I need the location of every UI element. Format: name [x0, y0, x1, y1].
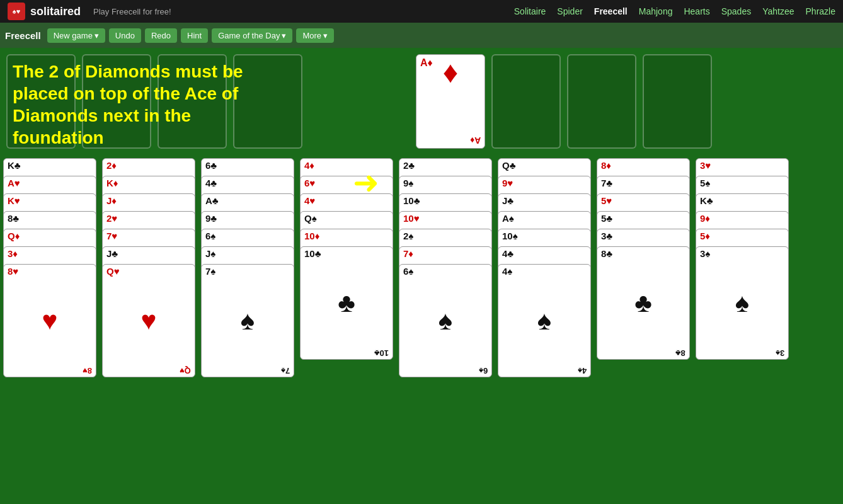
card-col3-idx5[interactable]: 10♣10♣♣: [300, 246, 393, 360]
card-col6-idx5[interactable]: 8♣8♣♣: [597, 246, 690, 360]
game-area: The 2 of Diamonds must be placed on top …: [0, 48, 843, 504]
foundation-diamonds[interactable]: A♦ ♦ A♦: [416, 54, 485, 149]
card-col0-idx6[interactable]: 8♥8♥♥: [3, 264, 96, 377]
game-of-day-button[interactable]: Game of the Day: [212, 28, 292, 43]
redo-button[interactable]: Redo: [145, 28, 177, 43]
nav-spider[interactable]: Spider: [557, 6, 582, 16]
hint-button[interactable]: Hint: [181, 28, 208, 43]
foundation-suit: ♦: [443, 57, 459, 88]
card-col5-idx6[interactable]: 4♠4♠♠: [498, 264, 591, 377]
logo-icon: ♠♥: [8, 3, 25, 20]
tableau-col-4: 2♣2♣9♠9♠10♣10♣10♥10♥2♠2♠7♦7♦6♠6♠♠: [399, 158, 492, 384]
foundation-4[interactable]: [643, 54, 712, 149]
tagline: Play Freecell for free!: [93, 7, 171, 16]
top-navigation: ♠♥ solitaired Play Freecell for free! So…: [0, 0, 843, 23]
foundation-2[interactable]: [491, 54, 561, 149]
toolbar: Freecell New game Undo Redo Hint Game of…: [0, 23, 843, 48]
nav-mahjong[interactable]: Mahjong: [639, 6, 673, 16]
tableau-col-2: 6♣6♣4♣4♣A♣A♣9♣9♣6♠6♠J♠J♠7♠7♠♠: [201, 158, 294, 384]
tableau-col-1: 2♦2♦K♦K♦J♦J♦2♥2♥7♥7♥J♣J♣Q♥Q♥♥: [102, 158, 195, 384]
nav-phrazle[interactable]: Phrazle: [806, 6, 835, 16]
tableau-col-7: 3♥3♥5♠5♠K♣K♣9♦9♦5♦5♦3♠3♠♠: [696, 158, 789, 366]
game-label: Freecell: [5, 30, 41, 41]
foundation-rank-tl: A♦: [420, 57, 433, 69]
nav-hearts[interactable]: Hearts: [684, 6, 709, 16]
card-col4-idx6[interactable]: 6♠6♠♠: [399, 264, 492, 377]
foundation-3[interactable]: [567, 54, 636, 149]
card-col1-idx6[interactable]: Q♥Q♥♥: [102, 264, 195, 377]
nav-yahtzee[interactable]: Yahtzee: [762, 6, 794, 16]
logo-area[interactable]: ♠♥ solitaired: [8, 3, 81, 20]
nav-freecell[interactable]: Freecell: [594, 6, 628, 16]
card-col2-idx6[interactable]: 7♠7♠♠: [201, 264, 294, 377]
nav-links: Solitaire Spider Freecell Mahjong Hearts…: [514, 6, 835, 16]
nav-spades[interactable]: Spades: [721, 6, 751, 16]
more-button[interactable]: More: [296, 28, 334, 43]
hint-message: The 2 of Diamonds must be placed on top …: [13, 60, 252, 149]
foundation-rank-br: A♦: [470, 135, 481, 146]
tableau: K♣K♣A♥A♥K♥K♥8♣8♣Q♦Q♦3♦3♦8♥8♥♥2♦2♦K♦K♦J♦J…: [3, 158, 840, 384]
card-col7-idx5[interactable]: 3♠3♠♠: [696, 246, 789, 360]
nav-solitaire[interactable]: Solitaire: [514, 6, 546, 16]
undo-button[interactable]: Undo: [109, 28, 141, 43]
new-game-button[interactable]: New game: [47, 28, 105, 43]
foundations: A♦ ♦ A♦: [416, 54, 712, 149]
hint-arrow: ➜: [353, 164, 379, 201]
logo-text: solitaired: [30, 5, 81, 18]
tableau-col-6: 8♦8♦7♣7♣5♥5♥5♣5♣3♣3♣8♣8♣♣: [597, 158, 690, 366]
tableau-col-0: K♣K♣A♥A♥K♥K♥8♣8♣Q♦Q♦3♦3♦8♥8♥♥: [3, 158, 96, 384]
tableau-col-5: Q♣Q♣9♥9♥J♣J♣A♠A♠10♠10♠4♣4♣4♠4♠♠: [498, 158, 591, 384]
